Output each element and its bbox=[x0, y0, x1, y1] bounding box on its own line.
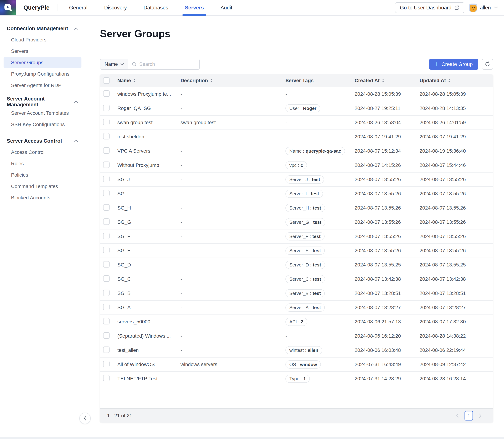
nav-tab-servers[interactable]: Servers bbox=[182, 0, 206, 15]
row-checkbox[interactable] bbox=[103, 290, 109, 296]
table-row-sg-e[interactable]: SG_E-Server_E :test2024-08-07 13:55:2620… bbox=[100, 244, 493, 258]
sidebar-item-server-account-templates[interactable]: Server Account Templates bbox=[4, 108, 82, 119]
table-row-sg-c[interactable]: SG_C-Server_C :test2024-08-07 13:42:3820… bbox=[100, 272, 493, 286]
cell-name: All of WindowOS bbox=[114, 362, 177, 367]
row-checkbox[interactable] bbox=[103, 275, 109, 282]
row-checkbox[interactable] bbox=[103, 147, 109, 154]
sidebar-section-server-account-management[interactable]: Server Account Management bbox=[0, 96, 85, 108]
table-row-sg-d[interactable]: SG_D-Server_D :test2024-08-07 13:55:2520… bbox=[100, 258, 493, 272]
row-checkbox[interactable] bbox=[103, 261, 109, 268]
row-checkbox[interactable] bbox=[103, 346, 109, 353]
table-row-sg-j[interactable]: SG_J-Server_J :test2024-08-07 13:55:2620… bbox=[100, 172, 493, 187]
table-row-swan-group-test[interactable]: swan group testswan group test-2024-08-2… bbox=[100, 116, 493, 130]
sidebar-item-proxyjump-configurations[interactable]: ProxyJump Configurations bbox=[4, 68, 82, 80]
row-checkbox-cell bbox=[100, 119, 114, 126]
cell-created-at: 2024-08-06 21:57:13 bbox=[351, 319, 416, 325]
cell-name: test sheldon bbox=[114, 134, 177, 140]
previous-page-button[interactable] bbox=[455, 412, 460, 420]
row-checkbox[interactable] bbox=[103, 332, 109, 339]
row-checkbox-cell bbox=[100, 233, 114, 240]
row-checkbox[interactable] bbox=[103, 161, 109, 168]
cell-server-tags: - bbox=[282, 91, 351, 97]
table-row-sg-g[interactable]: SG_G-Server_G :test2024-08-07 13:55:2620… bbox=[100, 215, 493, 230]
row-checkbox[interactable] bbox=[103, 133, 109, 139]
table-row-telnet-ftp-test[interactable]: TELNET/FTP Test-Type :12024-07-31 14:28:… bbox=[100, 372, 493, 386]
column-header-name[interactable]: Name bbox=[114, 74, 177, 87]
sidebar-item-command-templates[interactable]: Command Templates bbox=[4, 181, 82, 192]
row-checkbox[interactable] bbox=[103, 304, 109, 310]
table-row-sg-i[interactable]: SG_I-Server_I :test2024-08-07 13:55:2620… bbox=[100, 187, 493, 201]
row-checkbox[interactable] bbox=[103, 190, 109, 196]
table-row-test-allen[interactable]: test_allen-wintest :allen2024-08-06 16:0… bbox=[100, 343, 493, 357]
sidebar-item-ssh-key-configurations[interactable]: SSH Key Configurations bbox=[4, 119, 82, 130]
row-checkbox[interactable] bbox=[103, 361, 109, 367]
table-row-sg-a[interactable]: SG_A-Server_A :test2024-08-07 13:28:2720… bbox=[100, 301, 493, 315]
table-row-roger-qa-sg[interactable]: Roger_QA_SG-User :Roger2024-08-27 19:25:… bbox=[100, 101, 493, 116]
table-row-without-proxyjump[interactable]: Without Proxyjump-vpc :c2024-08-07 14:15… bbox=[100, 158, 493, 172]
cell-name: SG_E bbox=[114, 248, 177, 254]
nav-tab-audit[interactable]: Audit bbox=[218, 0, 235, 15]
row-checkbox[interactable] bbox=[103, 219, 109, 225]
column-header-created-at[interactable]: Created At bbox=[351, 74, 416, 87]
go-to-user-dashboard-button[interactable]: Go to User Dashboard bbox=[395, 2, 464, 13]
filter-field-select[interactable]: Name bbox=[100, 59, 128, 69]
nav-right-group: Go to User Dashboard bbox=[395, 2, 504, 13]
user-menu[interactable]: allen bbox=[469, 4, 498, 12]
row-checkbox-cell bbox=[100, 275, 114, 283]
select-all-checkbox[interactable] bbox=[103, 77, 109, 84]
table-row-sg-h[interactable]: SG_H-Server_H :test2024-08-07 13:55:2620… bbox=[100, 201, 493, 215]
nav-divider bbox=[57, 4, 58, 11]
search-filter-group: Name bbox=[100, 59, 200, 70]
row-checkbox[interactable] bbox=[103, 176, 109, 182]
row-checkbox[interactable] bbox=[103, 375, 109, 381]
create-group-button[interactable]: + Create Group bbox=[429, 59, 478, 70]
sidebar-section-server-access-control[interactable]: Server Access Control bbox=[0, 135, 85, 146]
sidebar-collapse-button[interactable] bbox=[79, 413, 91, 424]
row-checkbox[interactable] bbox=[103, 105, 109, 111]
server-tag-pill: API :2 bbox=[286, 318, 307, 326]
table-row-sg-f[interactable]: SG_F-Server_F :test2024-08-07 13:55:2620… bbox=[100, 230, 493, 244]
cell-description: - bbox=[177, 233, 282, 239]
column-header-updated-at[interactable]: Updated At bbox=[416, 74, 482, 87]
row-checkbox-cell bbox=[100, 161, 114, 169]
cell-server-tags: Type :1 bbox=[282, 375, 351, 383]
table-row-sg-b[interactable]: SG_B-Server_B :test2024-08-07 13:28:5120… bbox=[100, 286, 493, 301]
row-checkbox[interactable] bbox=[103, 204, 109, 211]
cell-description: windows servers bbox=[177, 362, 282, 367]
sidebar-section-connection-management[interactable]: Connection Management bbox=[0, 23, 85, 34]
row-checkbox[interactable] bbox=[103, 318, 109, 324]
table-row-servers-50000[interactable]: servers_50000-API :22024-08-06 21:57:132… bbox=[100, 315, 493, 329]
next-page-button[interactable] bbox=[478, 412, 483, 420]
nav-tab-discovery[interactable]: Discovery bbox=[102, 0, 129, 15]
table-row-all-of-windowos[interactable]: All of WindowOSwindows serversOS :window… bbox=[100, 357, 493, 372]
sidebar-item-cloud-providers[interactable]: Cloud Providers bbox=[4, 34, 82, 46]
table-row-windows-proxyjump-te[interactable]: windows Proxyjump te...--2024-08-28 15:0… bbox=[100, 87, 493, 101]
row-checkbox[interactable] bbox=[103, 247, 109, 253]
row-checkbox[interactable] bbox=[103, 233, 109, 239]
row-checkbox[interactable] bbox=[103, 90, 109, 97]
table-row-test-sheldon[interactable]: test sheldon--2024-08-07 19:41:292024-08… bbox=[100, 130, 493, 144]
row-checkbox-cell bbox=[100, 90, 114, 98]
row-checkbox[interactable] bbox=[103, 119, 109, 125]
search-input[interactable] bbox=[139, 61, 196, 67]
cell-name: (Separated) Windows ... bbox=[114, 333, 177, 339]
table-row-separated-windows[interactable]: (Separated) Windows ...--2024-08-06 16:1… bbox=[100, 329, 493, 343]
sidebar-item-blocked-accounts[interactable]: Blocked Accounts bbox=[4, 192, 82, 204]
cell-description: - bbox=[177, 162, 282, 168]
sidebar-item-server-agents-for-rdp[interactable]: Server Agents for RDP bbox=[4, 80, 82, 91]
cell-updated-at: 2024-08-26 14:01:59 bbox=[416, 120, 482, 125]
cell-name: windows Proxyjump te... bbox=[114, 91, 177, 97]
querypie-logo-icon[interactable] bbox=[0, 0, 16, 15]
nav-tab-databases[interactable]: Databases bbox=[141, 0, 171, 15]
sidebar-item-server-groups[interactable]: Server Groups bbox=[4, 57, 82, 68]
sidebar-item-servers[interactable]: Servers bbox=[4, 46, 82, 57]
sidebar-item-policies[interactable]: Policies bbox=[4, 169, 82, 181]
column-header-description[interactable]: Description bbox=[177, 74, 282, 87]
cell-server-tags: Server_J :test bbox=[282, 175, 351, 183]
refresh-button[interactable] bbox=[482, 59, 493, 70]
nav-tab-general[interactable]: General bbox=[67, 0, 90, 15]
page-number-button[interactable]: 1 bbox=[465, 411, 473, 420]
sidebar-item-access-control[interactable]: Access Control bbox=[4, 146, 82, 158]
table-row-vpc-a-servers[interactable]: VPC A Servers-Name :querypie-qa-sac2024-… bbox=[100, 144, 493, 158]
sidebar-item-roles[interactable]: Roles bbox=[4, 158, 82, 169]
